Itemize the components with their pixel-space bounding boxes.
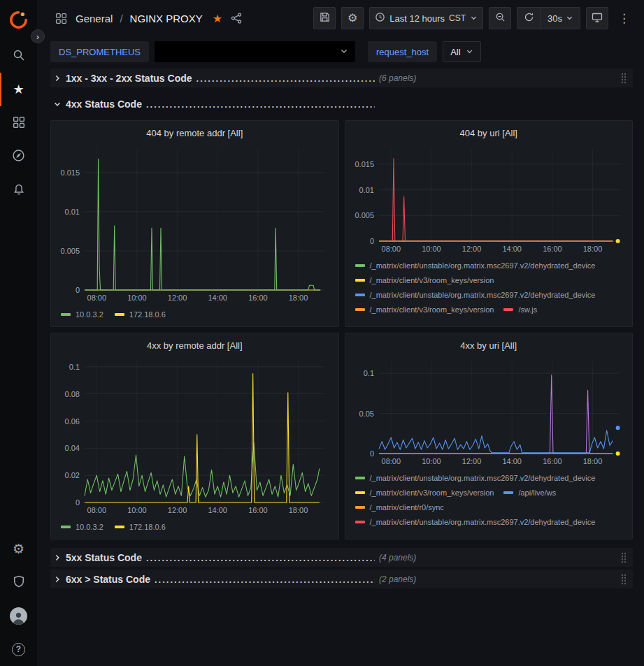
legend-item[interactable]: /_matrix/client/unstable/org.matrix.msc2… [355,258,596,273]
svg-text:08:00: 08:00 [87,506,107,514]
variable-label-request-host[interactable]: request_host [368,41,437,62]
svg-text:0.005: 0.005 [60,247,80,255]
sidebar-item-search[interactable] [0,39,37,73]
panel-grid: 404 by remote addr [All] 00.0050.010.015… [50,120,633,540]
variable-value-ds-prometheus[interactable] [155,41,355,62]
legend-item[interactable]: 172.18.0.6 [115,307,166,321]
breadcrumb-folder[interactable]: General [76,13,113,24]
row-dotted-leader: ........................................… [146,553,375,563]
legend-item[interactable]: /_matrix/client/unstable/org.matrix.msc2… [355,470,596,485]
chart-legend: /_matrix/client/unstable/org.matrix.msc2… [351,255,627,322]
legend-item[interactable]: /_matrix/client/unstable/org.matrix.msc2… [355,514,596,529]
drag-handle-icon[interactable] [619,71,629,86]
zoom-out-icon [495,12,506,24]
tv-mode-button[interactable] [586,7,608,29]
legend-item[interactable]: 172.18.0.6 [115,519,166,534]
dashboard-row-6xx[interactable]: 6xx > Status Code ......................… [50,570,633,588]
dashboard-title[interactable]: NGINX PROXY [130,13,203,24]
help-icon: ? [12,643,25,656]
svg-text:10:00: 10:00 [127,294,147,302]
sidebar-item-configuration[interactable]: ⚙ [0,532,37,565]
drag-handle-icon[interactable] [619,572,629,587]
dashboard-row-1xx-3xx-2xx[interactable]: 1xx - 3xx - 2xx Status Code ............… [50,68,633,87]
legend-swatch [355,506,365,509]
svg-text:0.05: 0.05 [359,410,373,418]
time-range-picker[interactable]: Last 12 hours CST [369,7,483,29]
svg-text:0.06: 0.06 [65,417,80,426]
panel-title[interactable]: 4xx by uri [All] [351,336,627,354]
sidebar-item-dashboards[interactable] [0,106,37,140]
zoom-out-button[interactable] [489,7,511,29]
svg-text:0: 0 [369,237,373,245]
legend-item[interactable]: /_matrix/client/r0/sync [355,500,444,514]
legend-item[interactable]: /_matrix/client/v3/room_keys/version [355,302,494,317]
row-title: 6xx > Status Code [66,574,150,585]
kebab-menu-icon[interactable]: ⋮ [614,8,634,29]
svg-text:0.04: 0.04 [65,444,80,452]
row-dotted-leader: ........................................… [196,73,375,84]
legend-swatch [115,313,124,316]
save-dashboard-button[interactable] [313,7,336,29]
svg-text:0.015: 0.015 [355,160,374,168]
svg-text:14:00: 14:00 [208,294,227,302]
sidebar-expand-button[interactable]: › [31,29,45,43]
chevron-right-icon [53,553,62,562]
dashboards-grid-icon [13,116,25,131]
time-range-label: Last 12 hours [389,13,445,24]
legend-item[interactable]: /api/live/ws [503,485,556,500]
panel-404-by-remote-addr: 404 by remote addr [All] 00.0050.010.015… [50,120,339,327]
svg-text:16:00: 16:00 [248,294,268,302]
legend-swatch [355,477,365,479]
legend-item[interactable]: /_matrix/client/v3/room_keys/version [355,485,494,500]
sidebar-item-alerting[interactable] [0,173,37,207]
svg-text:14:00: 14:00 [208,506,227,514]
drag-handle-icon[interactable] [619,550,629,565]
legend-item[interactable]: /sw.js [503,302,537,317]
legend-swatch [355,491,365,494]
row-title: 4xx Status Code [66,99,142,110]
sidebar-item-help[interactable]: ? [0,632,37,666]
legend-swatch [355,308,365,311]
dashboard-canvas: 1xx - 3xx - 2xx Status Code ............… [37,67,644,666]
avatar [10,607,27,625]
svg-text:12:00: 12:00 [461,245,481,253]
svg-text:08:00: 08:00 [381,245,401,253]
sidebar-item-starred[interactable]: ★ [0,73,37,106]
chevron-right-icon [53,575,62,584]
time-series-chart[interactable]: 00.050.108:0010:0012:0014:0016:0018:00 [351,354,627,468]
legend-item[interactable]: /_matrix/client/v3/room_keys/version [355,273,494,287]
sidebar-spacer [0,207,37,532]
legend-item[interactable]: 10.0.3.2 [61,519,103,534]
time-series-chart[interactable]: 00.0050.010.01508:0010:0012:0014:0016:00… [57,142,333,304]
svg-text:0.005: 0.005 [355,211,374,219]
sidebar-item-explore[interactable] [0,140,37,173]
dashboard-settings-button[interactable]: ⚙ [341,7,364,29]
svg-text:0: 0 [369,449,373,458]
svg-text:14:00: 14:00 [502,245,522,253]
dashboard-row-4xx[interactable]: 4xx Status Code ........................… [50,94,633,113]
legend-swatch [355,264,365,267]
refresh-button[interactable] [517,8,541,29]
panel-title[interactable]: 4xx by remote addr [All] [57,336,333,354]
dashboard-row-5xx[interactable]: 5xx Status Code ........................… [50,548,633,567]
variable-value-request-host[interactable]: All [443,41,480,62]
time-series-chart[interactable]: 00.020.040.060.080.108:0010:0012:0014:00… [57,354,333,516]
panel-title[interactable]: 404 by remote addr [All] [57,124,333,142]
sidebar-item-server-admin[interactable] [0,565,37,599]
svg-text:08:00: 08:00 [87,294,107,302]
legend-swatch [61,526,71,528]
favorite-star-icon[interactable]: ★ [213,12,222,25]
panel-title[interactable]: 404 by uri [All] [351,124,627,142]
variables-bar: DS_PROMETHEUS request_host All [37,36,644,67]
time-series-chart[interactable]: 00.0050.010.01508:0010:0012:0014:0016:00… [351,142,627,255]
chevron-down-icon [340,47,348,57]
variable-label-ds-prometheus[interactable]: DS_PROMETHEUS [50,41,149,62]
share-icon[interactable] [228,10,245,27]
sidebar-item-profile[interactable] [0,599,37,632]
legend-item[interactable]: 10.0.3.2 [61,307,103,321]
refresh-interval-dropdown[interactable]: 30s [541,8,580,29]
chart-legend: 10.0.3.2172.18.0.6 [57,516,333,535]
legend-item[interactable]: /_matrix/client/unstable/org.matrix.msc2… [355,287,596,302]
refresh-button-group: 30s [517,7,580,29]
svg-text:18:00: 18:00 [582,457,602,465]
